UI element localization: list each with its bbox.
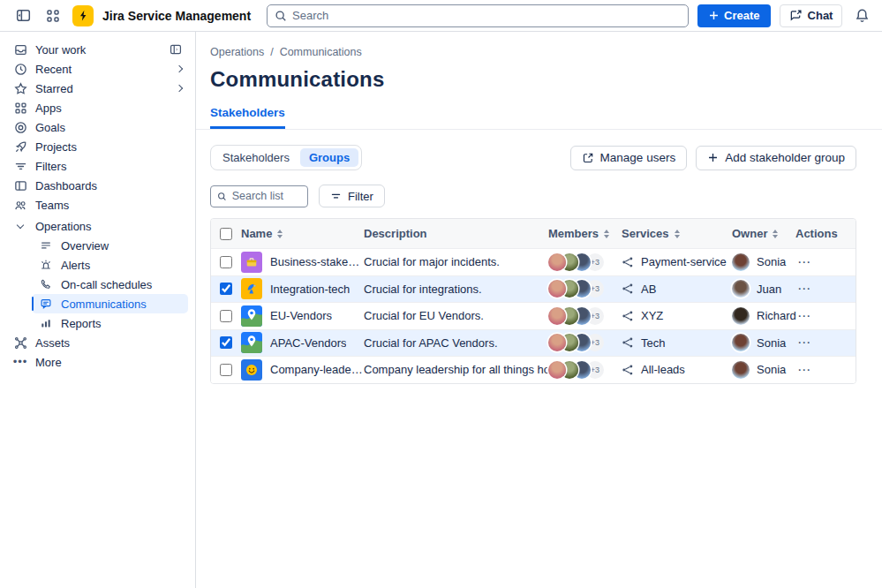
- notifications-icon[interactable]: [851, 5, 872, 26]
- group-name[interactable]: Company-leadership: [270, 363, 364, 376]
- group-name[interactable]: Integration-tech: [270, 283, 350, 296]
- group-name[interactable]: APAC-Vendors: [270, 336, 346, 350]
- members-avatars[interactable]: +3: [548, 307, 622, 325]
- service-name: XYZ: [641, 309, 663, 322]
- row-checkbox[interactable]: [220, 364, 232, 376]
- group-description: Crucial for APAC Vendors.: [364, 336, 548, 350]
- breadcrumb-operations[interactable]: Operations: [210, 46, 264, 58]
- table-row[interactable]: APAC-Vendors Crucial for APAC Vendors. +…: [211, 329, 856, 357]
- owner-avatar: [732, 307, 750, 325]
- group-description: Crucial for integrations.: [364, 283, 548, 296]
- row-actions-button[interactable]: ⋯: [795, 338, 813, 347]
- dashboards-icon: [13, 179, 27, 192]
- goals-target-icon: [13, 121, 27, 134]
- group-description: Crucial for EU Vendors.: [364, 309, 548, 322]
- jsm-logo-icon[interactable]: [72, 5, 94, 26]
- top-bar: Jira Service Management Create Chat: [0, 0, 882, 32]
- breadcrumb-communications[interactable]: Communications: [280, 46, 362, 58]
- tab-stakeholders[interactable]: Stakeholders: [210, 106, 285, 129]
- sidebar-item-teams[interactable]: Teams: [7, 195, 188, 215]
- member-avatar: [548, 307, 566, 325]
- row-actions-button[interactable]: ⋯: [795, 366, 813, 374]
- table-row[interactable]: Company-leadership Company leadership fo…: [211, 356, 856, 383]
- row-checkbox[interactable]: [220, 336, 232, 349]
- chat-icon: [789, 9, 803, 22]
- sidebar-item-projects[interactable]: Projects: [7, 137, 188, 156]
- collapse-sidebar-icon[interactable]: [12, 5, 34, 26]
- sort-icon[interactable]: [675, 230, 680, 238]
- sidebar-item-alerts[interactable]: Alerts: [32, 255, 188, 275]
- sidebar-item-goals[interactable]: Goals: [7, 117, 188, 137]
- global-search[interactable]: [267, 4, 689, 27]
- sidebar-item-starred[interactable]: Starred: [7, 79, 188, 98]
- group-name[interactable]: EU-Vendors: [270, 309, 332, 322]
- alert-siren-icon: [39, 259, 53, 271]
- global-search-input[interactable]: [292, 9, 681, 22]
- clock-icon: [13, 63, 27, 76]
- tab-strip: Stakeholders: [196, 104, 882, 130]
- toggle-groups[interactable]: Groups: [300, 148, 358, 167]
- group-name[interactable]: Business-stakeholders: [270, 255, 364, 268]
- main-content: Operations / Communications Communicatio…: [196, 32, 882, 588]
- members-avatars[interactable]: +3: [548, 253, 622, 271]
- sort-icon[interactable]: [773, 230, 778, 238]
- select-all-checkbox[interactable]: [220, 228, 232, 240]
- chevron-right-icon: [176, 85, 183, 92]
- row-actions-button[interactable]: ⋯: [795, 258, 813, 267]
- group-avatar-briefcase-icon: [241, 252, 262, 273]
- add-stakeholder-group-button[interactable]: Add stakeholder group: [696, 146, 856, 170]
- owner-name: Sonia: [757, 363, 786, 376]
- sidebar-item-your-work[interactable]: Your work: [7, 40, 188, 59]
- sidebar-item-overview[interactable]: Overview: [32, 236, 188, 255]
- row-actions-button[interactable]: ⋯: [795, 284, 813, 293]
- sidebar-item-assets[interactable]: Assets: [7, 333, 188, 352]
- table-row[interactable]: Integration-tech Crucial for integration…: [211, 275, 856, 303]
- sidebar-item-dashboards[interactable]: Dashboards: [7, 176, 188, 195]
- group-avatar-smiley-icon: [241, 359, 262, 381]
- row-actions-button[interactable]: ⋯: [795, 312, 813, 320]
- plus-icon: [707, 152, 719, 163]
- table-row[interactable]: EU-Vendors Crucial for EU Vendors. +3 XY…: [211, 302, 856, 329]
- teams-icon: [13, 199, 27, 212]
- owner-avatar: [732, 280, 750, 298]
- sidebar-item-apps[interactable]: Apps: [7, 98, 188, 117]
- toggle-stakeholders[interactable]: Stakeholders: [214, 148, 298, 167]
- filter-button[interactable]: Filter: [319, 185, 385, 207]
- sidebar-item-recent[interactable]: Recent: [7, 59, 188, 79]
- member-avatar: [548, 253, 566, 271]
- service-icon: [622, 256, 634, 268]
- panel-toggle-icon[interactable]: [170, 43, 182, 56]
- member-avatar: [548, 361, 566, 379]
- sidebar-item-reports[interactable]: Reports: [32, 313, 188, 333]
- members-avatars[interactable]: +3: [548, 361, 622, 379]
- owner-name: Sonia: [757, 336, 786, 350]
- sidebar-item-more[interactable]: ••• More: [7, 352, 188, 372]
- service-name: Payment-service: [641, 255, 727, 268]
- sidebar-item-on-call-schedules[interactable]: On-call schedules: [32, 275, 188, 294]
- chat-button[interactable]: Chat: [780, 4, 843, 27]
- sidebar-item-filters[interactable]: Filters: [7, 156, 188, 176]
- row-checkbox[interactable]: [220, 256, 232, 268]
- app-switcher-icon[interactable]: [42, 5, 64, 26]
- row-checkbox[interactable]: [220, 310, 232, 322]
- manage-users-button[interactable]: Manage users: [570, 146, 688, 170]
- service-name: All-leads: [641, 363, 685, 376]
- list-search-input[interactable]: [232, 190, 301, 202]
- sidebar-item-communications[interactable]: Communications: [32, 294, 188, 313]
- sort-icon[interactable]: [277, 230, 283, 238]
- members-avatars[interactable]: +3: [548, 334, 622, 351]
- breadcrumb: Operations / Communications: [210, 46, 856, 58]
- owner-name: Richard: [757, 309, 796, 322]
- service-icon: [622, 336, 634, 349]
- table-row[interactable]: Business-stakeholders Crucial for major …: [211, 248, 856, 275]
- stakeholder-groups-table: Name Description Members Services Owner …: [210, 218, 856, 384]
- row-checkbox[interactable]: [220, 283, 232, 295]
- create-button[interactable]: Create: [697, 4, 770, 27]
- sort-icon[interactable]: [604, 230, 609, 238]
- list-search[interactable]: [210, 185, 308, 207]
- service-name: Tech: [641, 336, 665, 350]
- sidebar-item-operations[interactable]: Operations: [7, 216, 188, 236]
- members-avatars[interactable]: +3: [548, 280, 622, 298]
- group-description: Company leadership for all things hot.: [364, 363, 548, 376]
- more-ellipsis-icon: •••: [13, 358, 27, 366]
